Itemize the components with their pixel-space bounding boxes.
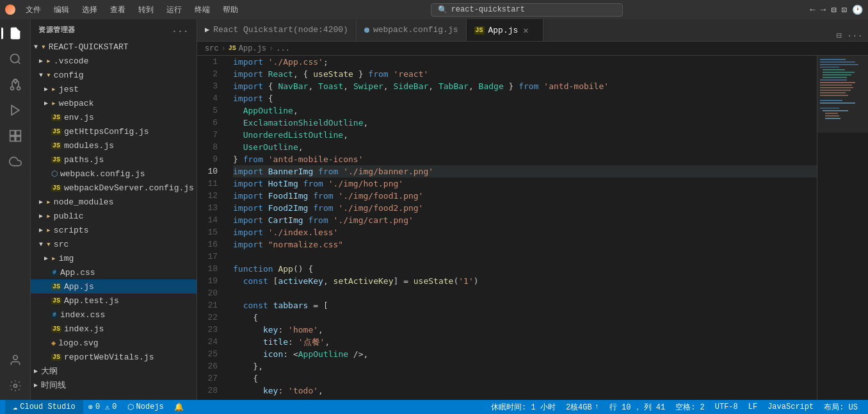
token-kw: import xyxy=(233,190,263,202)
code-line: UserOutline, xyxy=(233,141,817,153)
sidebar-item-vscode[interactable]: ▶▸.vscode xyxy=(31,54,197,68)
sidebar-item-App.css[interactable]: #App.css xyxy=(31,265,197,279)
status-idle-time[interactable]: 休眠时间: 1 小时 xyxy=(486,402,561,413)
sidebar-item-public[interactable]: ▶▸public xyxy=(31,209,197,223)
code-content[interactable]: import './App.css';import React, { useSt… xyxy=(228,56,817,400)
sidebar-item-modules.js[interactable]: JSmodules.js xyxy=(31,138,197,153)
sidebar-item-outline[interactable]: ▶大纲 xyxy=(31,364,197,378)
sidebar-item-webpack[interactable]: ▶▸webpack xyxy=(31,96,197,110)
status-encoding[interactable]: UTF-8 xyxy=(710,402,743,411)
tab-webpack[interactable]: webpack.config.js xyxy=(357,19,467,41)
status-spaces[interactable]: 空格: 2 xyxy=(670,402,710,413)
spaces-label: 空格: 2 xyxy=(675,402,705,413)
folder-icon: ▾ xyxy=(41,42,46,52)
line-number: 7 xyxy=(197,129,223,141)
sidebar-item-reportWebVitals.js[interactable]: JSreportWebVitals.js xyxy=(31,350,197,364)
sidebar-item-img[interactable]: ▶▸img xyxy=(31,251,197,265)
sidebar-item-App.js[interactable]: JSApp.js xyxy=(31,279,197,294)
breadcrumb-src[interactable]: src xyxy=(205,44,219,53)
activity-extensions[interactable] xyxy=(4,124,27,147)
split-editor-icon[interactable]: ⊟ xyxy=(836,30,841,41)
layout-icon[interactable]: ⊟ xyxy=(831,4,836,15)
activity-cloud[interactable] xyxy=(4,150,27,173)
token-plain: , xyxy=(318,324,323,336)
sidebar-more-actions[interactable]: ... xyxy=(172,24,189,35)
sidebar-header-actions: ... xyxy=(172,24,189,35)
sidebar-item-webpackDevServer.config.js[interactable]: JSwebpackDevServer.config.js xyxy=(31,181,197,195)
activity-bottom xyxy=(4,349,27,397)
nav-back-button[interactable]: ← xyxy=(810,4,815,15)
status-layout[interactable]: 布局: US xyxy=(819,402,863,413)
tree-label: 时间线 xyxy=(41,379,66,391)
status-node[interactable]: ⬡ Nodejs xyxy=(122,400,169,414)
menu-view[interactable]: 查看 xyxy=(105,3,131,17)
sidebar-item-root[interactable]: ▼▾REACT-QUICKSTART xyxy=(31,40,197,54)
menu-edit[interactable]: 编辑 xyxy=(49,3,74,17)
token-plain: : < xyxy=(283,348,298,360)
code-line: } from 'antd-mobile-icons' xyxy=(233,153,817,165)
menu-run[interactable]: 运行 xyxy=(161,3,187,17)
sidebar-item-timeline[interactable]: ▶时间线 xyxy=(31,378,197,392)
menu-terminal[interactable]: 终端 xyxy=(189,3,215,17)
menu-help[interactable]: 帮助 xyxy=(218,3,243,17)
status-row[interactable]: 行 10， 列 41 xyxy=(604,402,670,413)
sidebar-item-index.css[interactable]: #index.css xyxy=(31,308,197,322)
activity-settings[interactable] xyxy=(4,374,27,397)
code-line: { xyxy=(233,311,817,324)
token-kw: import xyxy=(233,238,263,251)
status-lf[interactable]: LF xyxy=(743,402,762,411)
activity-explorer[interactable] xyxy=(4,22,27,45)
menu-goto[interactable]: 转到 xyxy=(133,3,159,17)
sidebar-item-App.test.js[interactable]: JSApp.test.js xyxy=(31,294,197,308)
error-count: 0 xyxy=(95,402,100,411)
token-plain xyxy=(298,178,303,190)
tab-close-button[interactable]: ✕ xyxy=(522,24,529,37)
line-number: 24 xyxy=(197,336,223,348)
activity-accounts[interactable] xyxy=(4,349,27,372)
sidebar-content[interactable]: ▼▾REACT-QUICKSTART▶▸.vscode▼▾config▶▸jes… xyxy=(31,40,197,400)
folder-icon: ▸ xyxy=(46,225,51,235)
code-line: import { NavBar, Toast, Swiper, SideBar,… xyxy=(233,80,817,92)
menu-file[interactable]: 文件 xyxy=(20,3,46,17)
sidebar-item-src[interactable]: ▼▾src xyxy=(31,237,197,251)
tab-terminal[interactable]: ▶ React Quickstart(node:4200) xyxy=(197,19,357,41)
debug-icon xyxy=(9,104,22,117)
sidebar-item-config[interactable]: ▼▾config xyxy=(31,68,197,82)
activity-debug[interactable] xyxy=(4,99,27,122)
sidebar-item-paths.js[interactable]: JSpaths.js xyxy=(31,153,197,167)
token-fn: useState xyxy=(414,275,454,287)
code-line: const [activeKey, setActiveKey] = useSta… xyxy=(233,275,817,287)
sidebar-item-logo.svg[interactable]: ◈logo.svg xyxy=(31,336,197,350)
status-cloud[interactable]: ☁ Cloud Studio xyxy=(5,400,83,414)
nav-forward-button[interactable]: → xyxy=(821,4,826,15)
menu-select[interactable]: 选择 xyxy=(77,3,102,17)
search-box[interactable]: 🔍 react-quickstart xyxy=(431,3,623,17)
svg-file-icon: ◈ xyxy=(51,338,56,348)
token-plain xyxy=(263,214,268,226)
sidebar-item-env.js[interactable]: JSenv.js xyxy=(31,110,197,124)
webpack-file-icon: ⬡ xyxy=(51,169,58,179)
sidebar-item-jest[interactable]: ▶▸jest xyxy=(31,82,197,96)
sidebar-item-node_modules[interactable]: ▶▸node_modules xyxy=(31,195,197,209)
status-bell[interactable]: 🔔 xyxy=(169,400,189,414)
tab-more-icon[interactable]: ··· xyxy=(847,31,863,41)
sidebar-item-scripts[interactable]: ▶▸scripts xyxy=(31,223,197,237)
sidebar-item-index.js[interactable]: JSindex.js xyxy=(31,322,197,336)
breadcrumb-ellipsis[interactable]: ... xyxy=(276,44,290,53)
status-errors[interactable]: ⊗ 0 ⚠ 0 xyxy=(83,400,122,414)
activity-search[interactable] xyxy=(4,47,27,70)
sidebar-item-getHttpsConfig.js[interactable]: JSgetHttpsConfig.js xyxy=(31,124,197,138)
tab-appjs[interactable]: JS App.js ✕ xyxy=(467,19,543,41)
token-kw: from xyxy=(243,153,263,165)
maximize-icon[interactable]: ⊡ xyxy=(842,4,847,15)
status-language[interactable]: JavaScript xyxy=(762,402,819,411)
breadcrumb-appjs[interactable]: App.js xyxy=(239,44,266,53)
title-bar-actions: ← → ⊟ ⊡ 🕐 xyxy=(810,4,863,15)
line-number: 26 xyxy=(197,360,223,372)
svg-point-11 xyxy=(13,385,17,388)
token-plain xyxy=(263,165,268,178)
status-cpu[interactable]: 2核4GB ↑ xyxy=(561,402,604,413)
activity-source-control[interactable] xyxy=(4,73,27,96)
sidebar-item-webpack.config.js[interactable]: ⬡webpack.config.js xyxy=(31,167,197,181)
token-fn: useState xyxy=(313,68,353,80)
